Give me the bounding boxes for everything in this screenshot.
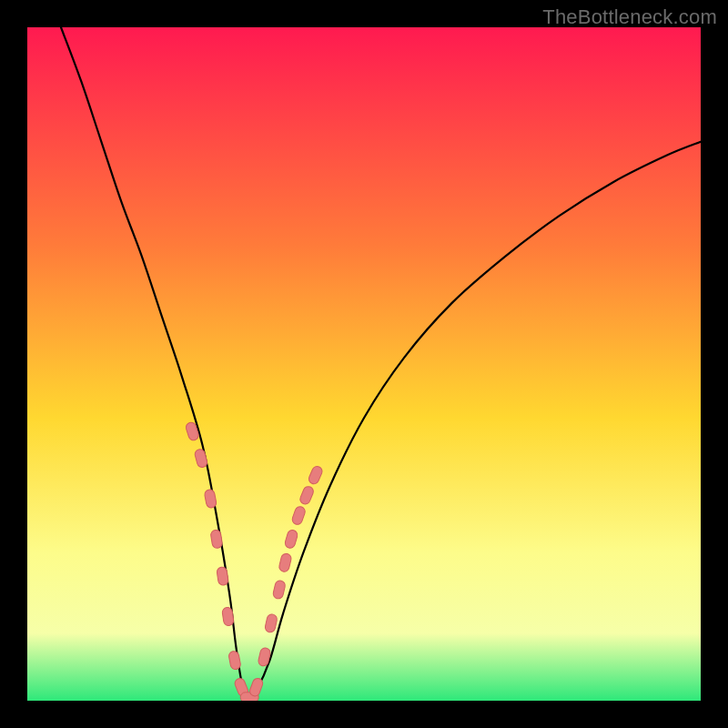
curve-marker xyxy=(284,529,298,549)
curve-marker xyxy=(248,677,264,698)
curve-marker xyxy=(217,566,229,585)
curve-marker xyxy=(298,485,315,506)
bottleneck-chart xyxy=(27,27,701,701)
curve-marker xyxy=(210,530,223,549)
curve-marker xyxy=(228,651,242,671)
curve-marker xyxy=(272,580,286,600)
curve-marker xyxy=(291,505,307,526)
curve-marker xyxy=(308,465,324,486)
curve-marker xyxy=(194,449,208,469)
bottleneck-curve xyxy=(61,27,701,697)
watermark-text: TheBottleneck.com xyxy=(542,5,717,29)
curve-markers xyxy=(185,421,324,701)
curve-marker xyxy=(204,489,217,509)
curve-marker xyxy=(278,552,292,572)
curve-marker xyxy=(264,613,278,633)
